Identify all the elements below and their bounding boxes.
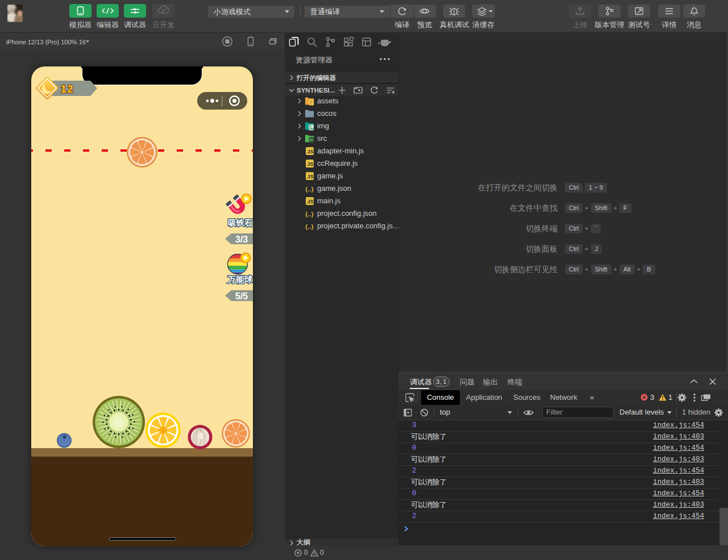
svg-text:5/5: 5/5 [235,291,248,301]
svg-text:吸铁石: 吸铁石 [228,218,253,227]
svg-text:万能球: 万能球 [227,275,253,284]
svg-text:12: 12 [61,83,74,95]
svg-text:3/3: 3/3 [235,235,248,244]
